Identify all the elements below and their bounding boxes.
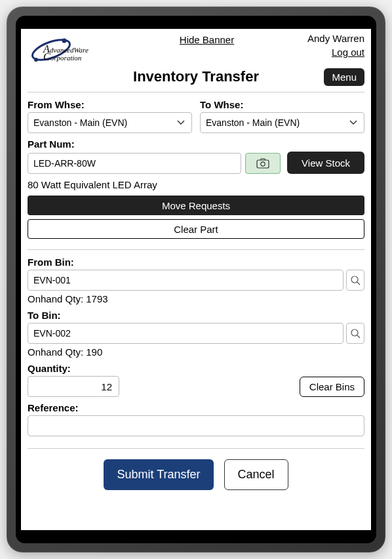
search-icon [350, 328, 361, 339]
user-name: Andy Warren [307, 31, 364, 45]
to-whse-label: To Whse: [200, 99, 364, 110]
view-stock-button[interactable]: View Stock [287, 152, 364, 174]
quantity-input[interactable] [28, 376, 119, 397]
svg-point-7 [351, 276, 358, 283]
divider [28, 249, 364, 250]
camera-icon [256, 158, 269, 169]
logout-link[interactable]: Log out [332, 47, 364, 58]
header-center: Hide Banner [106, 31, 307, 45]
camera-scan-button[interactable] [245, 153, 281, 174]
from-bin-input[interactable] [28, 270, 343, 291]
to-whse-select[interactable]: Evanston - Main (EVN) [200, 112, 364, 133]
header: AdvancedWare Corporation Hide Banner And… [21, 29, 371, 68]
from-bin-search-button[interactable] [346, 270, 364, 291]
clear-part-button[interactable]: Clear Part [28, 219, 364, 239]
svg-point-1 [62, 39, 67, 43]
search-icon [350, 275, 361, 285]
quantity-label: Quantity: [28, 363, 119, 374]
page-title: Inventory Transfer [28, 68, 364, 85]
app-screen: AdvancedWare Corporation Hide Banner And… [21, 29, 371, 530]
submit-transfer-button[interactable]: Submit Transfer [104, 459, 213, 490]
to-whse-value: Evanston - Main (EVN) [206, 117, 300, 128]
hide-banner-link[interactable]: Hide Banner [180, 34, 234, 45]
reference-label: Reference: [28, 402, 364, 413]
bins-section: From Bin: Onhand Qty: 1793 To Bin: [21, 253, 371, 445]
svg-point-2 [34, 58, 38, 62]
chevron-down-icon [177, 120, 185, 125]
part-num-input[interactable] [28, 153, 241, 174]
to-bin-onhand: Onhand Qty: 190 [28, 346, 364, 358]
divider [28, 448, 364, 449]
header-user-area: Andy Warren Log out [307, 31, 364, 59]
warehouse-section: From Whse: Evanston - Main (EVN) To Whse… [21, 95, 371, 247]
from-whse-value: Evanston - Main (EVN) [33, 117, 127, 128]
svg-rect-5 [257, 160, 269, 168]
logo: AdvancedWare Corporation [28, 31, 106, 68]
tablet-bezel: AdvancedWare Corporation Hide Banner And… [16, 16, 376, 543]
move-requests-button[interactable]: Move Requests [28, 196, 364, 215]
footer-actions: Submit Transfer Cancel [21, 451, 371, 498]
part-description: 80 Watt Equivalent LED Array [28, 179, 364, 190]
cancel-button[interactable]: Cancel [224, 459, 288, 490]
svg-line-10 [357, 335, 360, 338]
to-bin-input[interactable] [28, 323, 343, 344]
clear-bins-button[interactable]: Clear Bins [300, 377, 364, 397]
title-row: Inventory Transfer Menu [21, 68, 371, 89]
reference-input[interactable] [28, 415, 364, 436]
from-bin-onhand: Onhand Qty: 1793 [28, 293, 364, 304]
from-bin-label: From Bin: [28, 257, 364, 268]
tablet-frame: AdvancedWare Corporation Hide Banner And… [7, 7, 385, 552]
svg-point-6 [261, 162, 265, 166]
to-bin-label: To Bin: [28, 310, 364, 321]
to-bin-search-button[interactable] [346, 323, 364, 344]
svg-line-8 [357, 282, 360, 285]
menu-button[interactable]: Menu [324, 68, 364, 86]
advancedware-logo-icon: AdvancedWare Corporation [28, 31, 106, 68]
chevron-down-icon [349, 120, 357, 125]
svg-point-9 [351, 329, 358, 336]
from-whse-label: From Whse: [28, 99, 192, 110]
part-num-label: Part Num: [28, 138, 364, 150]
from-whse-select[interactable]: Evanston - Main (EVN) [28, 112, 192, 133]
divider [28, 92, 364, 93]
